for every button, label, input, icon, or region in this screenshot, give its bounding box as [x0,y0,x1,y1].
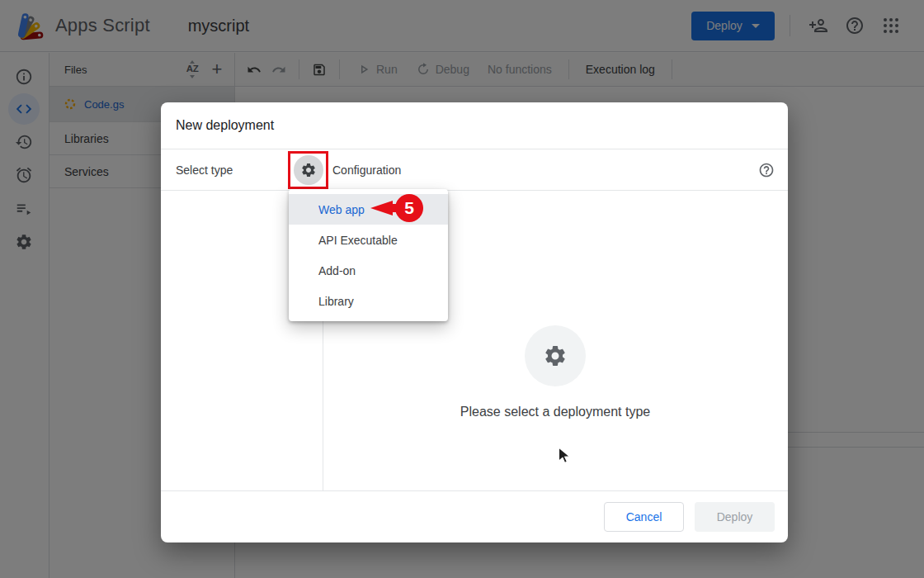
configuration-label: Configuration [332,163,401,177]
menu-item-label: Web app [318,203,365,216]
deploy-submit-button[interactable]: Deploy [695,502,775,532]
menu-item-add-on[interactable]: Add-on [289,255,448,286]
empty-state-text: Please select a deployment type [460,405,650,419]
dialog-header: New deployment [161,102,788,149]
new-deployment-dialog: New deployment Select type Configuration… [161,102,788,542]
deployment-type-menu: Web app API Executable Add-on Library [289,189,448,321]
empty-state-gear-badge [525,325,586,386]
menu-item-web-app[interactable]: Web app [289,194,448,225]
mouse-cursor-icon [558,447,571,464]
dialog-footer: Cancel Deploy [161,490,788,542]
apps-script-window: Apps Script myscript Deploy [0,0,924,578]
help-icon [758,162,775,178]
annotation-step-number: 5 [404,198,414,218]
dialog-title: New deployment [176,118,274,133]
annotation-highlight-box [288,151,328,189]
menu-item-label: Library [318,295,354,308]
dialog-help-button[interactable] [758,162,775,178]
menu-item-label: Add-on [318,264,356,277]
menu-item-library[interactable]: Library [289,286,448,316]
annotation-step-badge: 5 [395,194,423,222]
cancel-button[interactable]: Cancel [604,502,684,532]
select-type-row: Select type Configuration [161,149,788,191]
dialog-body: Please select a deployment type [161,192,788,490]
gear-icon [543,343,568,368]
menu-item-label: API Executable [318,234,398,247]
menu-item-api-executable[interactable]: API Executable [289,225,448,255]
select-type-label: Select type [176,163,233,177]
